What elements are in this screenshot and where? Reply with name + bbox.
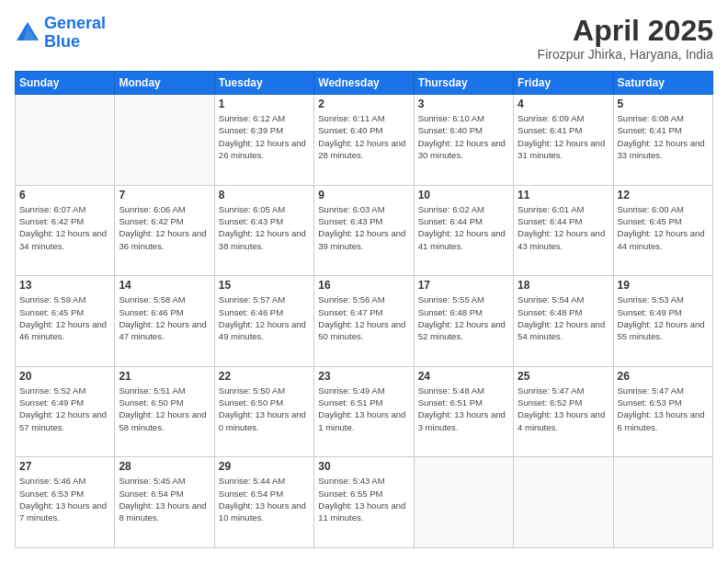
day-info: Sunrise: 5:49 AMSunset: 6:51 PMDaylight:…	[318, 385, 409, 433]
day-info: Sunrise: 5:51 AMSunset: 6:50 PMDaylight:…	[119, 385, 210, 433]
day-info: Sunrise: 5:48 AMSunset: 6:51 PMDaylight:…	[418, 385, 509, 433]
day-number: 9	[318, 189, 409, 201]
day-info: Sunrise: 6:08 AMSunset: 6:41 PMDaylight:…	[618, 112, 709, 161]
day-info: Sunrise: 5:54 AMSunset: 6:48 PMDaylight:…	[518, 293, 609, 342]
day-info: Sunrise: 6:06 AMSunset: 6:42 PMDaylight:…	[119, 203, 210, 252]
day-number: 13	[19, 279, 110, 292]
calendar-week-row: 27Sunrise: 5:46 AMSunset: 6:53 PMDayligh…	[16, 457, 713, 548]
day-info: Sunrise: 6:12 AMSunset: 6:39 PMDaylight:…	[219, 112, 310, 161]
day-number: 15	[219, 279, 310, 292]
logo-text: General Blue	[44, 15, 106, 52]
day-number: 12	[618, 189, 709, 201]
day-number: 29	[219, 460, 310, 473]
day-info: Sunrise: 5:46 AMSunset: 6:53 PMDaylight:…	[19, 475, 110, 523]
table-row: 13Sunrise: 5:59 AMSunset: 6:45 PMDayligh…	[16, 276, 115, 367]
day-info: Sunrise: 5:53 AMSunset: 6:49 PMDaylight:…	[618, 293, 709, 342]
table-row: 24Sunrise: 5:48 AMSunset: 6:51 PMDayligh…	[414, 366, 513, 457]
day-info: Sunrise: 5:50 AMSunset: 6:50 PMDaylight:…	[219, 385, 310, 433]
table-row: 27Sunrise: 5:46 AMSunset: 6:53 PMDayligh…	[16, 457, 115, 548]
day-number: 17	[418, 279, 509, 292]
day-number: 20	[19, 370, 110, 383]
table-row: 17Sunrise: 5:55 AMSunset: 6:48 PMDayligh…	[414, 276, 513, 367]
logo-line1: General	[44, 14, 106, 32]
day-number: 26	[618, 370, 709, 383]
table-row: 7Sunrise: 6:06 AMSunset: 6:42 PMDaylight…	[115, 185, 214, 276]
day-info: Sunrise: 6:01 AMSunset: 6:44 PMDaylight:…	[518, 203, 609, 252]
table-row: 10Sunrise: 6:02 AMSunset: 6:44 PMDayligh…	[414, 185, 513, 276]
col-thursday: Thursday	[414, 72, 513, 95]
table-row: 8Sunrise: 6:05 AMSunset: 6:43 PMDaylight…	[214, 185, 313, 276]
page: General Blue April 2025 Firozpur Jhirka,…	[0, 0, 728, 563]
day-info: Sunrise: 5:58 AMSunset: 6:46 PMDaylight:…	[119, 293, 210, 342]
col-saturday: Saturday	[613, 72, 712, 95]
month-title: April 2025	[538, 15, 713, 47]
table-row	[414, 457, 513, 548]
day-info: Sunrise: 6:03 AMSunset: 6:43 PMDaylight:…	[318, 203, 409, 252]
day-number: 2	[318, 98, 409, 110]
day-number: 21	[119, 370, 210, 383]
day-info: Sunrise: 5:57 AMSunset: 6:46 PMDaylight:…	[219, 293, 310, 342]
day-info: Sunrise: 6:00 AMSunset: 6:45 PMDaylight:…	[618, 203, 709, 252]
table-row	[613, 457, 712, 548]
day-number: 1	[219, 98, 310, 110]
location: Firozpur Jhirka, Haryana, India	[538, 47, 713, 62]
table-row: 9Sunrise: 6:03 AMSunset: 6:43 PMDaylight…	[314, 185, 414, 276]
day-number: 6	[19, 189, 110, 201]
day-info: Sunrise: 6:02 AMSunset: 6:44 PMDaylight:…	[418, 203, 509, 252]
calendar-week-row: 13Sunrise: 5:59 AMSunset: 6:45 PMDayligh…	[16, 276, 713, 367]
table-row: 23Sunrise: 5:49 AMSunset: 6:51 PMDayligh…	[314, 366, 414, 457]
col-friday: Friday	[514, 72, 613, 95]
table-row: 20Sunrise: 5:52 AMSunset: 6:49 PMDayligh…	[16, 366, 115, 457]
day-number: 4	[518, 98, 609, 110]
day-info: Sunrise: 5:52 AMSunset: 6:49 PMDaylight:…	[19, 385, 110, 433]
day-info: Sunrise: 5:45 AMSunset: 6:54 PMDaylight:…	[119, 475, 210, 523]
table-row: 6Sunrise: 6:07 AMSunset: 6:42 PMDaylight…	[16, 185, 115, 276]
day-number: 16	[318, 279, 409, 292]
table-row: 19Sunrise: 5:53 AMSunset: 6:49 PMDayligh…	[613, 276, 712, 367]
table-row: 29Sunrise: 5:44 AMSunset: 6:54 PMDayligh…	[214, 457, 313, 548]
table-row: 21Sunrise: 5:51 AMSunset: 6:50 PMDayligh…	[115, 366, 214, 457]
table-row: 2Sunrise: 6:11 AMSunset: 6:40 PMDaylight…	[314, 95, 414, 186]
table-row: 14Sunrise: 5:58 AMSunset: 6:46 PMDayligh…	[115, 276, 214, 367]
header-right: April 2025 Firozpur Jhirka, Haryana, Ind…	[538, 15, 713, 62]
day-number: 8	[219, 189, 310, 201]
day-number: 28	[119, 460, 210, 473]
table-row	[514, 457, 613, 548]
header: General Blue April 2025 Firozpur Jhirka,…	[15, 15, 713, 62]
day-info: Sunrise: 6:09 AMSunset: 6:41 PMDaylight:…	[518, 112, 609, 161]
table-row: 3Sunrise: 6:10 AMSunset: 6:40 PMDaylight…	[414, 95, 513, 186]
day-number: 19	[618, 279, 709, 292]
table-row: 30Sunrise: 5:43 AMSunset: 6:55 PMDayligh…	[314, 457, 414, 548]
table-row	[115, 95, 214, 186]
day-number: 30	[318, 460, 409, 473]
day-number: 22	[219, 370, 310, 383]
day-info: Sunrise: 6:10 AMSunset: 6:40 PMDaylight:…	[418, 112, 509, 161]
table-row: 28Sunrise: 5:45 AMSunset: 6:54 PMDayligh…	[115, 457, 214, 548]
logo: General Blue	[15, 15, 106, 52]
col-sunday: Sunday	[16, 72, 115, 95]
day-info: Sunrise: 5:47 AMSunset: 6:53 PMDaylight:…	[618, 385, 709, 433]
day-info: Sunrise: 5:55 AMSunset: 6:48 PMDaylight:…	[418, 293, 509, 342]
day-number: 14	[119, 279, 210, 292]
col-monday: Monday	[115, 72, 214, 95]
day-info: Sunrise: 5:59 AMSunset: 6:45 PMDaylight:…	[19, 293, 110, 342]
table-row: 12Sunrise: 6:00 AMSunset: 6:45 PMDayligh…	[613, 185, 712, 276]
col-wednesday: Wednesday	[314, 72, 414, 95]
day-info: Sunrise: 5:47 AMSunset: 6:52 PMDaylight:…	[518, 385, 609, 433]
day-number: 11	[518, 189, 609, 201]
table-row	[16, 95, 115, 186]
table-row: 16Sunrise: 5:56 AMSunset: 6:47 PMDayligh…	[314, 276, 414, 367]
day-info: Sunrise: 5:43 AMSunset: 6:55 PMDaylight:…	[318, 475, 409, 523]
day-info: Sunrise: 6:07 AMSunset: 6:42 PMDaylight:…	[19, 203, 110, 252]
day-info: Sunrise: 5:56 AMSunset: 6:47 PMDaylight:…	[318, 293, 409, 342]
table-row: 11Sunrise: 6:01 AMSunset: 6:44 PMDayligh…	[514, 185, 613, 276]
calendar-table: Sunday Monday Tuesday Wednesday Thursday…	[15, 71, 713, 548]
day-number: 10	[418, 189, 509, 201]
day-number: 5	[618, 98, 709, 110]
table-row: 18Sunrise: 5:54 AMSunset: 6:48 PMDayligh…	[514, 276, 613, 367]
day-info: Sunrise: 5:44 AMSunset: 6:54 PMDaylight:…	[219, 475, 310, 523]
logo-line2: Blue	[44, 32, 80, 51]
table-row: 25Sunrise: 5:47 AMSunset: 6:52 PMDayligh…	[514, 366, 613, 457]
col-tuesday: Tuesday	[214, 72, 313, 95]
calendar-week-row: 1Sunrise: 6:12 AMSunset: 6:39 PMDaylight…	[16, 95, 713, 186]
